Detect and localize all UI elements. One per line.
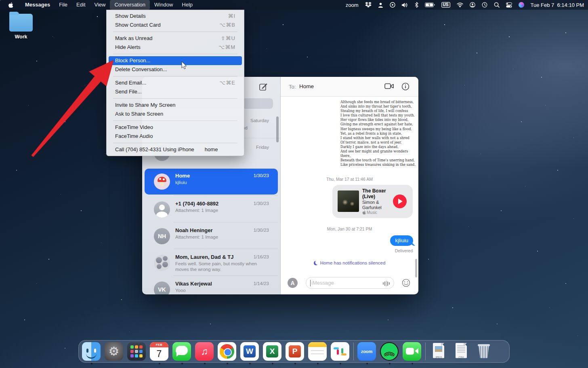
- dock-excel-icon[interactable]: X: [263, 342, 282, 361]
- message-timestamp: Thu, Mar 17 at 11:46 AM: [281, 177, 418, 182]
- conversation-row-noah[interactable]: NH Noah Heninger 1/30/23 Attachment: 1 I…: [145, 223, 278, 249]
- menubar-item-conversation[interactable]: Conversation: [110, 0, 150, 10]
- menu-item-send-file[interactable]: Send File...: [109, 87, 242, 96]
- conversation-date: Saturday: [250, 118, 269, 123]
- compose-icon[interactable]: [258, 82, 269, 93]
- album-art: [338, 190, 359, 212]
- menubar-clock[interactable]: Tue Feb 7 6:14:10 PM: [531, 2, 584, 8]
- dock-finder-icon[interactable]: [82, 342, 101, 361]
- audio-message-icon[interactable]: [383, 281, 390, 286]
- menu-item-send-email[interactable]: Send Email...⌥⌘E: [109, 78, 242, 87]
- dock-notes-icon[interactable]: [308, 342, 327, 361]
- menu-item-call-iphone[interactable]: Call (704) 852-4331 Using iPhonehome: [109, 145, 242, 154]
- running-indicator: [412, 363, 413, 364]
- play-button[interactable]: [393, 195, 407, 208]
- row-divider: [174, 275, 278, 276]
- dock-system-settings-icon[interactable]: ⚙: [105, 342, 124, 361]
- dock-launchpad-icon[interactable]: [127, 342, 146, 361]
- menubar-item-edit[interactable]: Edit: [72, 0, 90, 10]
- folder-label: Work: [6, 34, 36, 40]
- conversation-date: 1/16/23: [254, 254, 269, 259]
- facetime-user-icon[interactable]: [470, 2, 475, 8]
- conversation-name: Home: [175, 173, 190, 179]
- details-info-icon[interactable]: [401, 82, 410, 91]
- menubar-item-messages[interactable]: Messages: [21, 0, 55, 10]
- dock-music-icon[interactable]: ♫: [195, 342, 214, 361]
- conversation-preview: Yooo: [175, 288, 269, 293]
- message-timestamp: Mon, Jan 30 at 7:21 PM: [281, 226, 418, 231]
- desktop-folder-work[interactable]: Work: [6, 14, 36, 40]
- dock-chrome-icon[interactable]: [218, 342, 237, 361]
- menu-separator: [113, 98, 237, 99]
- menubar-item-view[interactable]: View: [90, 0, 110, 10]
- play-circle-icon[interactable]: [390, 2, 395, 8]
- imessage-input[interactable]: iMessage: [306, 277, 394, 289]
- keyboard-input-badge[interactable]: US: [441, 2, 450, 8]
- chat-scrollbar[interactable]: [415, 259, 417, 277]
- dock-calendar-icon[interactable]: FEB7: [150, 342, 169, 361]
- siri-icon[interactable]: [519, 2, 524, 8]
- running-indicator: [159, 363, 160, 364]
- bluetooth-icon[interactable]: [415, 2, 418, 8]
- app-drawer-button[interactable]: A: [288, 278, 298, 288]
- menubar-item-help[interactable]: Help: [177, 0, 197, 10]
- wifi-icon[interactable]: [457, 2, 463, 7]
- sent-message-bubble[interactable]: kjliuiu: [390, 235, 413, 246]
- dropbox-icon[interactable]: [365, 2, 372, 8]
- menubar-item-window[interactable]: Window: [150, 0, 177, 10]
- menu-item-ask-share-screen[interactable]: Ask to Share Screen: [109, 110, 242, 118]
- running-indicator: [249, 363, 251, 364]
- conversation-row-home[interactable]: Home 1/30/23 kjliuiu: [145, 169, 278, 195]
- dock-separator: [353, 343, 354, 360]
- volume-icon[interactable]: [402, 2, 408, 8]
- avatar-initials: NH: [154, 228, 170, 244]
- dock-facetime-icon[interactable]: [403, 342, 422, 361]
- control-center-icon[interactable]: [506, 2, 512, 8]
- apple-music-label: Music: [362, 210, 377, 215]
- menu-separator: [113, 143, 237, 143]
- menu-item-facetime-audio[interactable]: FaceTime Audio: [109, 132, 242, 141]
- notifications-silenced-notice: Home has notifications silenced: [281, 260, 418, 265]
- dock-word-icon[interactable]: W: [240, 342, 259, 361]
- apple-menu-icon[interactable]: [0, 2, 21, 8]
- music-link-bubble[interactable]: The Boxer (Live) Simon & Garfunkel Music: [332, 185, 413, 218]
- conversation-date: 1/30/23: [254, 201, 269, 206]
- message-input-row: A iMessage: [281, 277, 418, 290]
- poem-image-message[interactable]: Although she feeds me bread of bitternes…: [340, 100, 417, 167]
- avatar-mushroom: [154, 173, 170, 190]
- menu-bar: Messages File Edit View Conversation Win…: [0, 0, 588, 10]
- dock-messages-icon[interactable]: [172, 342, 191, 361]
- conversation-row-family-group[interactable]: Mom, Lauren, Dad & TJ 1/16/23 Feels well…: [145, 250, 278, 276]
- menu-separator: [113, 76, 237, 76]
- dock-jpeg-file-icon[interactable]: JPEG: [429, 342, 448, 361]
- apple-logo-icon: [362, 210, 366, 215]
- menubar-item-file[interactable]: File: [55, 0, 72, 10]
- menu-item-delete-conversation[interactable]: Delete Conversation...: [109, 65, 242, 74]
- menu-item-hide-alerts[interactable]: Hide Alerts⌥⌘M: [109, 43, 242, 52]
- time-machine-icon[interactable]: [482, 2, 487, 8]
- menu-item-block-person[interactable]: Block Person...: [109, 56, 242, 65]
- dock-csv-file-icon[interactable]: CSV: [452, 342, 471, 361]
- running-indicator: [91, 363, 92, 364]
- dock-powerpoint-icon[interactable]: P: [286, 342, 304, 361]
- facetime-video-icon[interactable]: [384, 82, 394, 90]
- user-silhouette-icon[interactable]: [378, 2, 383, 8]
- menu-item-show-contact-card[interactable]: Show Contact Card⌥⌘B: [109, 21, 242, 30]
- conversation-row-phone[interactable]: +1 (704) 460-8892 1/30/23 Attachment: 1 …: [145, 197, 278, 222]
- menu-item-invite-share-screen[interactable]: Invite to Share My Screen: [109, 101, 242, 110]
- dock-spotify-icon[interactable]: [380, 342, 399, 361]
- menu-item-facetime-video[interactable]: FaceTime Video: [109, 123, 242, 132]
- conversation-row-vikas[interactable]: VK Vikas Kerjewal 1/14/23 Yooo: [145, 277, 278, 294]
- emoji-picker-icon[interactable]: [402, 279, 410, 287]
- dock-zoom-icon[interactable]: zoom: [357, 342, 376, 361]
- dock-slack-icon[interactable]: [331, 342, 350, 361]
- dock-trash-icon[interactable]: [475, 342, 494, 361]
- menu-item-show-details[interactable]: Show Details⌘I: [109, 12, 242, 21]
- input-placeholder: iMessage: [311, 280, 334, 286]
- conversation-name: +1 (704) 460-8892: [175, 201, 218, 207]
- conversation-name: Noah Heninger: [175, 227, 212, 233]
- zoom-status-label[interactable]: zoom: [346, 2, 359, 8]
- conversation-dropdown-menu: Show Details⌘I Show Contact Card⌥⌘B Mark…: [106, 10, 244, 156]
- menu-item-mark-as-unread[interactable]: Mark as Unread⇧⌘U: [109, 34, 242, 43]
- spotlight-search-icon[interactable]: [494, 2, 500, 8]
